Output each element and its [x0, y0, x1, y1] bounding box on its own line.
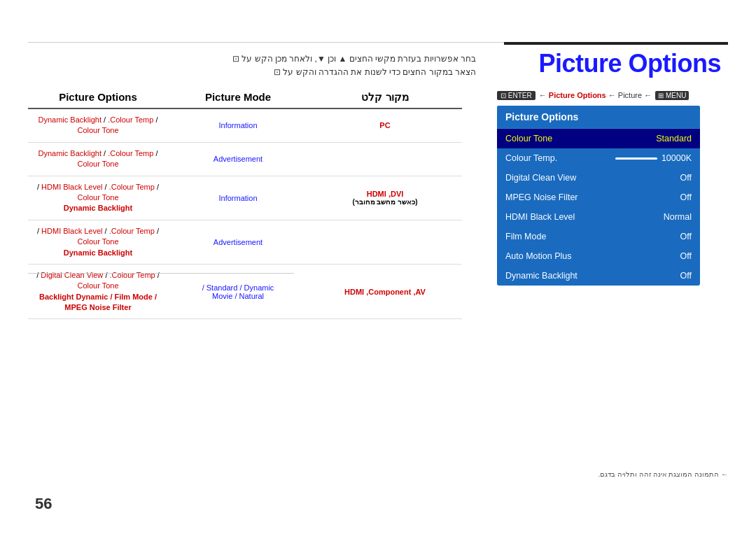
- row1-options: Dynamic Backlight / .Colour Temp / Colou…: [28, 115, 168, 136]
- menu-icon: ⊞ MENU: [655, 91, 689, 100]
- menu-item-auto-motion-plus[interactable]: Auto Motion Plus Off: [497, 246, 700, 266]
- colour-temp-bar: [615, 157, 657, 160]
- colour-temp-bar-group: 10000K: [615, 153, 692, 163]
- row5-mode: / Standard / Dynamic Movie / Natural: [168, 283, 308, 300]
- header-picture-mode: Picture Mode: [168, 91, 308, 104]
- row1-source: PC: [308, 121, 462, 129]
- dynamic-backlight-value: Off: [680, 271, 692, 281]
- film-mode-label: Film Mode: [505, 232, 546, 241]
- colour-tone-value: Standard: [656, 134, 692, 143]
- table-headers: Picture Options Picture Mode מקור קלט: [28, 91, 462, 109]
- row2-colour-tone: Colour Tone: [77, 160, 118, 168]
- table-row: / HDMI Black Level / .Colour Temp / Colo…: [28, 220, 462, 265]
- menu-item-mpeg-noise-filter[interactable]: MPEG Noise Filter Off: [497, 188, 700, 207]
- row2-options: Dynamic Backlight / .Colour Temp / Colou…: [28, 148, 168, 170]
- bottom-divider: [28, 273, 294, 274]
- row5-source: HDMI ,Component ,AV: [308, 288, 462, 296]
- menu-item-colour-tone[interactable]: Colour Tone Standard: [497, 129, 700, 148]
- row2-dynamic-backlight: Dynamic Backlight: [38, 149, 101, 157]
- row3-options: / HDMI Black Level / .Colour Temp / Colo…: [28, 182, 168, 214]
- row1-dynamic-backlight: Dynamic Backlight: [38, 115, 101, 124]
- digital-clean-view-value: Off: [680, 173, 692, 183]
- row4-options: / HDMI Black Level / .Colour Temp / Colo…: [28, 226, 168, 258]
- header-picture-options: Picture Options: [28, 91, 168, 104]
- auto-motion-plus-label: Auto Motion Plus: [505, 251, 572, 261]
- colour-tone-label: Colour Tone: [505, 134, 552, 143]
- row2-mode: Advertisement: [168, 155, 308, 163]
- row1-colour-tone: Colour Tone: [77, 126, 118, 134]
- header-source: מקור קלט: [308, 91, 462, 104]
- menu-item-colour-temp[interactable]: Colour Temp. 10000K: [497, 148, 700, 168]
- row3-source: HDMI ,DVI (כאשר מחשב מחובר): [308, 190, 462, 206]
- breadcrumb-picture: Picture: [618, 91, 642, 99]
- hebrew-line1: בחר אפשרויות בעזרת מקשי החצים ▲ וכן ▼, ו…: [140, 52, 476, 66]
- menu-item-dynamic-backlight[interactable]: Dynamic Backlight Off: [497, 266, 700, 286]
- mpeg-noise-filter-label: MPEG Noise Filter: [505, 192, 578, 202]
- row4-mode: Advertisement: [168, 238, 308, 246]
- menu-item-hdmi-black-level[interactable]: HDMI Black Level Normal: [497, 207, 700, 227]
- row2-colour-temp: .Colour Temp: [108, 149, 153, 157]
- menu-item-digital-clean-view[interactable]: Digital Clean View Off: [497, 168, 700, 188]
- breadcrumb-active: Picture Options: [549, 91, 606, 99]
- menu-panel: Picture Options Colour Tone Standard Col…: [497, 106, 700, 286]
- row5-options: / Digital Clean View / .Colour Temp / Co…: [28, 270, 168, 314]
- dynamic-backlight-label: Dynamic Backlight: [505, 271, 578, 281]
- row1-colour-temp: .Colour Temp: [108, 115, 153, 124]
- table-row: Dynamic Backlight / .Colour Temp / Colou…: [28, 143, 462, 176]
- table-row: Dynamic Backlight / .Colour Temp / Colou…: [28, 109, 462, 143]
- breadcrumb: ⊡ ENTER ← Picture Options ← Picture ← ⊞ …: [497, 91, 728, 100]
- content-table: Picture Options Picture Mode מקור קלט Dy…: [28, 91, 462, 319]
- mpeg-noise-filter-value: Off: [680, 192, 692, 202]
- right-panel: ⊡ ENTER ← Picture Options ← Picture ← ⊞ …: [497, 91, 728, 286]
- hdmi-black-level-label: HDMI Black Level: [505, 212, 575, 222]
- page-number: 56: [35, 495, 52, 513]
- row1-mode: Information: [168, 121, 308, 129]
- menu-panel-title: Picture Options: [497, 106, 700, 129]
- right-top-accent: [504, 42, 728, 45]
- hebrew-line2: הצאר במקור החצים כדי לשנות את ההגדרה והק…: [140, 66, 476, 79]
- hdmi-black-level-value: Normal: [664, 212, 692, 222]
- row1-sep2: /: [155, 115, 158, 124]
- footer-note: ← התמונה המוצגת אינה זהה ותלויה בדגם.: [598, 470, 728, 478]
- page-title: Picture Options: [538, 49, 721, 78]
- row3-mode: Information: [168, 194, 308, 202]
- table-row: / HDMI Black Level / .Colour Temp / Colo…: [28, 176, 462, 220]
- auto-motion-plus-value: Off: [680, 251, 692, 261]
- colour-temp-value: 10000K: [662, 153, 692, 163]
- hebrew-instructions: בחר אפשרויות בעזרת מקשי החצים ▲ וכן ▼, ו…: [140, 52, 476, 79]
- menu-item-film-mode[interactable]: Film Mode Off: [497, 227, 700, 246]
- digital-clean-view-label: Digital Clean View: [505, 173, 576, 183]
- enter-button-icon: ⊡ ENTER: [497, 91, 536, 100]
- film-mode-value: Off: [680, 232, 692, 241]
- colour-temp-label: Colour Temp.: [505, 153, 557, 163]
